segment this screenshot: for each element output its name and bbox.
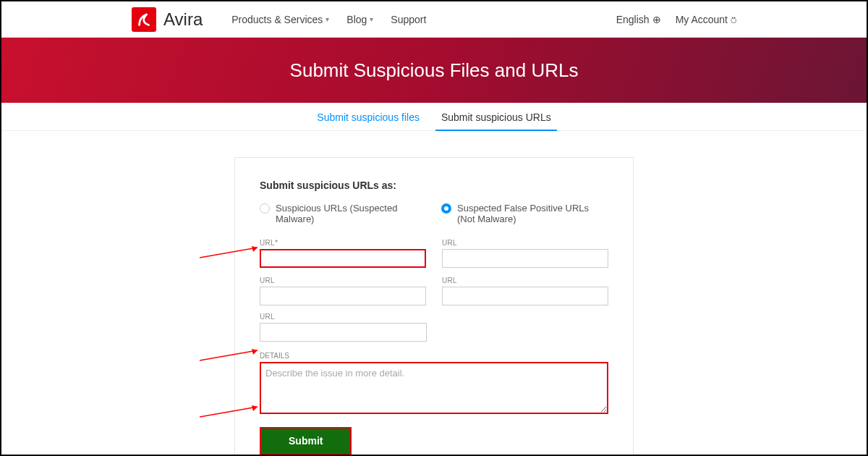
field-label: URL* (260, 239, 426, 247)
submit-button[interactable]: Submit (260, 427, 352, 455)
page-title: Submit Suspicious Files and URLs (290, 59, 579, 82)
svg-marker-1 (252, 246, 258, 252)
chevron-down-icon: ▾ (370, 15, 373, 23)
svg-line-4 (200, 407, 258, 417)
svg-marker-5 (252, 405, 258, 411)
url-input-3[interactable] (260, 287, 426, 305)
form-heading: Submit suspicious URLs as: (260, 180, 608, 191)
url-field-1: URL* (260, 239, 426, 268)
hero-banner: Submit Suspicious Files and URLs (1, 38, 867, 103)
radio-group: Suspicious URLs (Suspected Malware) Susp… (260, 203, 608, 224)
details-field: DETAILS (260, 352, 608, 417)
nav-products[interactable]: Products & Services▾ (231, 14, 329, 25)
details-label: DETAILS (260, 352, 608, 360)
radio-icon (260, 203, 270, 214)
field-label: URL (442, 276, 608, 284)
header: Avira Products & Services▾ Blog▾ Support… (1, 1, 867, 38)
radio-selected-icon (441, 203, 451, 214)
url-input-1[interactable] (260, 249, 426, 268)
nav-blog[interactable]: Blog▾ (346, 14, 373, 25)
url-input-2[interactable] (442, 249, 608, 268)
radio-suspected-malware[interactable]: Suspicious URLs (Suspected Malware) (260, 203, 427, 224)
url-field-4: URL (442, 276, 608, 305)
tab-submit-urls[interactable]: Submit suspicious URLs (441, 111, 551, 123)
right-nav: English ⊕ My Account ⍥ (616, 14, 736, 25)
field-label: URL (442, 239, 608, 247)
annotation-arrow-icon (198, 404, 263, 418)
annotation-arrow-icon (198, 347, 263, 362)
user-icon: ⍥ (731, 14, 736, 25)
url-field-3: URL (260, 276, 426, 305)
form-card: Submit suspicious URLs as: Suspicious UR… (234, 157, 634, 456)
annotation-arrow-icon (198, 245, 263, 259)
tab-submit-files[interactable]: Submit suspicious files (317, 111, 420, 123)
url-input-5[interactable] (260, 323, 427, 342)
main-nav: Products & Services▾ Blog▾ Support (231, 14, 426, 25)
field-label: URL (260, 276, 426, 284)
nav-support[interactable]: Support (391, 14, 426, 25)
brand-name: Avira (163, 9, 203, 30)
url-input-4[interactable] (442, 287, 608, 305)
svg-line-0 (200, 248, 258, 258)
radio-false-positive[interactable]: Suspected False Positive URLs (Not Malwa… (441, 203, 608, 224)
my-account[interactable]: My Account ⍥ (676, 14, 736, 25)
svg-marker-3 (252, 349, 258, 355)
chevron-down-icon: ▾ (326, 15, 329, 23)
tab-bar: Submit suspicious files Submit suspiciou… (1, 103, 867, 131)
url-field-2: URL (442, 239, 608, 268)
url-field-5: URL (260, 313, 427, 342)
details-textarea[interactable] (260, 362, 608, 414)
language-selector[interactable]: English ⊕ (616, 14, 661, 25)
avira-logo-icon (132, 7, 156, 32)
svg-line-2 (200, 350, 258, 360)
field-label: URL (260, 313, 427, 321)
globe-icon: ⊕ (652, 14, 661, 25)
